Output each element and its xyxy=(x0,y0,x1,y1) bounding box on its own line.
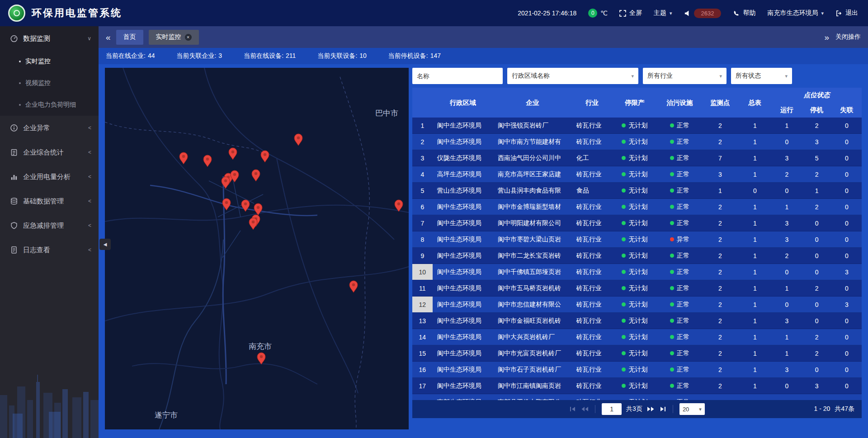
row-enterprise[interactable]: 南部县双佛土陶有限公 xyxy=(493,394,572,400)
sidebar-item-log-view[interactable]: 日志查看 < xyxy=(0,238,99,262)
tabs-scroll-left-icon[interactable]: « xyxy=(106,33,111,42)
table-row[interactable]: 15 阆中生态环境局 阆中市光富页岩机砖厂 砖瓦行业 无计划 正常 2 1 1 … xyxy=(412,345,862,362)
row-enterprise[interactable]: 阆中市二龙长宝页岩砖 xyxy=(493,248,572,264)
col-running[interactable]: 运行 xyxy=(772,102,802,118)
org-dropdown[interactable]: 南充市生态环境局 ▾ xyxy=(767,9,824,17)
table-row[interactable]: 11 阆中生态环境局 阆中市五马桥页岩机砖 砖瓦行业 无计划 正常 2 1 1 … xyxy=(412,280,862,297)
tabs-scroll-right-icon[interactable]: » xyxy=(824,33,829,42)
sidebar-item-base-data[interactable]: 基础数据管理 < xyxy=(0,189,99,213)
table-row[interactable]: 13 阆中生态环境局 阆中市金福旺页岩机砖 砖瓦行业 无计划 正常 2 1 3 … xyxy=(412,313,862,329)
table-row[interactable]: 4 高坪生态环境局 南充市高坪区王家店建 砖瓦行业 无计划 正常 3 1 2 2… xyxy=(412,166,862,183)
col-limit[interactable]: 停限产 xyxy=(612,88,657,118)
table-row[interactable]: 12 阆中生态环境局 阆中市忠信建材有限公 砖瓦行业 无计划 正常 2 1 0 … xyxy=(412,297,862,313)
sidebar-item-power-load-detail[interactable]: 企业电力负荷明细 xyxy=(0,94,99,116)
table-row[interactable]: 18 南部生态环境局 南部县双佛土陶有限公 砖瓦行业 无计划 正常 2 1 0 … xyxy=(412,394,862,400)
map-pin[interactable] xyxy=(231,170,239,182)
row-enterprise[interactable]: 阆中市南方节能建材有 xyxy=(493,134,572,150)
table-row[interactable]: 6 阆中生态环境局 阆中市金博瑞新型墙材 砖瓦行业 无计划 正常 2 1 1 2… xyxy=(412,199,862,215)
clipboard-icon xyxy=(10,148,18,156)
sidebar-item-power-analysis[interactable]: 企业用电量分析 < xyxy=(0,165,99,189)
row-enterprise[interactable]: 阆中市金福旺页岩机砖 xyxy=(493,313,572,329)
map-pin[interactable] xyxy=(252,170,260,181)
row-region: 高坪生态环境局 xyxy=(433,166,493,182)
row-enterprise[interactable]: 阆中大兴页岩机砖厂 xyxy=(493,329,572,345)
table-row[interactable]: 3 仪陇生态环境局 西南油气田分公司川中 化工 无计划 正常 7 1 3 5 0 xyxy=(412,150,862,166)
name-filter-input[interactable] xyxy=(412,68,503,84)
row-enterprise[interactable]: 阆中市枣碧大梁山页岩 xyxy=(493,231,572,247)
table-row[interactable]: 5 营山生态环境局 营山县润丰肉食品有限 食品 无计划 正常 1 0 0 1 0 xyxy=(412,183,862,199)
status-filter-select[interactable]: 所有状态 ▾ xyxy=(731,68,792,84)
theme-dropdown[interactable]: 主题 ▾ xyxy=(654,9,672,17)
sidebar-item-emergency-reduction[interactable]: 应急减排管理 < xyxy=(0,213,99,238)
table-row[interactable]: 14 阆中生态环境局 阆中大兴页岩机砖厂 砖瓦行业 无计划 正常 2 1 1 2… xyxy=(412,329,862,345)
map-pin[interactable] xyxy=(257,353,265,364)
row-meters: 1 xyxy=(738,329,772,345)
row-enterprise[interactable]: 阆中市金博瑞新型墙材 xyxy=(493,199,572,215)
map-pin[interactable] xyxy=(179,152,188,164)
map-pin[interactable] xyxy=(349,281,358,292)
page-size-select[interactable]: 20 ▾ xyxy=(679,403,705,415)
col-enterprise[interactable]: 企业 xyxy=(493,88,572,118)
row-enterprise[interactable]: 阆中明阳建材有限公司 xyxy=(493,215,572,231)
col-points[interactable]: 监测点 xyxy=(702,88,738,118)
row-enterprise[interactable]: 阆中市光富页岩机砖厂 xyxy=(493,345,572,361)
help-button[interactable]: 帮助 xyxy=(733,9,755,17)
row-enterprise[interactable]: 阆中市江南镇阆南页岩 xyxy=(493,378,572,394)
row-enterprise[interactable]: 南充市高坪区王家店建 xyxy=(493,166,572,182)
row-index-cell: 11 xyxy=(412,280,433,296)
col-meters[interactable]: 总表 xyxy=(738,88,772,118)
row-enterprise[interactable]: 西南油气田分公司川中 xyxy=(493,150,572,166)
row-industry: 砖瓦行业 xyxy=(572,362,612,377)
sidebar-item-enterprise-statistics[interactable]: 企业综合统计 < xyxy=(0,140,99,165)
table-row[interactable]: 10 阆中生态环境局 阆中千佛镇五郎垭页岩 砖瓦行业 无计划 正常 2 1 0 … xyxy=(412,264,862,280)
logout-button[interactable]: 退出 xyxy=(835,9,858,17)
map-pin[interactable] xyxy=(294,134,302,146)
sidebar-item-realtime-monitor[interactable]: 实时监控 xyxy=(0,51,99,72)
sidebar-item-enterprise-anomaly[interactable]: 企业异常 < xyxy=(0,116,99,140)
map-canvas[interactable]: 巴中市南充市遂宁市 xyxy=(105,68,409,429)
row-enterprise[interactable]: 阆中市石子页岩机砖厂 xyxy=(493,362,572,377)
row-enterprise[interactable]: 阆中强锐页岩砖厂 xyxy=(493,118,572,133)
col-facility[interactable]: 治污设施 xyxy=(657,88,702,118)
notice-group[interactable]: 2632 xyxy=(684,9,722,18)
col-disconnected[interactable]: 失联 xyxy=(832,102,862,118)
table-row[interactable]: 7 阆中生态环境局 阆中明阳建材有限公司 砖瓦行业 无计划 正常 2 1 3 0… xyxy=(412,215,862,231)
table-row[interactable]: 16 阆中生态环境局 阆中市石子页岩机砖厂 砖瓦行业 无计划 正常 2 1 3 … xyxy=(412,362,862,378)
page-number-input[interactable] xyxy=(602,403,622,415)
tab-realtime-monitor[interactable]: 实时监控 × xyxy=(149,30,199,45)
table-row[interactable]: 2 阆中生态环境局 阆中市南方节能建材有 砖瓦行业 无计划 正常 2 1 0 3… xyxy=(412,134,862,150)
col-region[interactable]: 行政区域 xyxy=(433,88,493,118)
table-row[interactable]: 17 阆中生态环境局 阆中市江南镇阆南页岩 砖瓦行业 无计划 正常 2 1 0 … xyxy=(412,378,862,394)
table-row[interactable]: 1 阆中生态环境局 阆中强锐页岩砖厂 砖瓦行业 无计划 正常 2 1 1 2 0 xyxy=(412,118,862,134)
close-tab-icon[interactable]: × xyxy=(185,34,192,41)
row-points: 1 xyxy=(702,183,738,198)
map-pin[interactable] xyxy=(203,155,212,167)
col-industry[interactable]: 行业 xyxy=(572,88,612,118)
map-pin[interactable] xyxy=(261,151,269,162)
table-row[interactable]: 9 阆中生态环境局 阆中市二龙长宝页岩砖 砖瓦行业 无计划 正常 2 1 2 0… xyxy=(412,248,862,264)
sidebar-item-video-monitor[interactable]: 视频监控 xyxy=(0,72,99,94)
industry-filter-select[interactable]: 所有行业 ▾ xyxy=(643,68,726,84)
tab-home[interactable]: 首页 xyxy=(116,30,143,45)
next-page-button[interactable] xyxy=(647,406,655,412)
map-collapse-button[interactable]: ◀ xyxy=(99,239,111,250)
region-filter-select[interactable]: 行政区域名称 ▾ xyxy=(507,68,638,84)
sidebar-item-data-monitoring[interactable]: 数据监测 ∨ xyxy=(0,26,99,51)
row-enterprise[interactable]: 营山县润丰肉食品有限 xyxy=(493,183,572,198)
table-row[interactable]: 8 阆中生态环境局 阆中市枣碧大梁山页岩 砖瓦行业 无计划 异常 2 1 3 0… xyxy=(412,231,862,248)
first-page-button[interactable] xyxy=(569,406,576,412)
fullscreen-button[interactable]: 全屏 xyxy=(619,9,642,17)
row-enterprise[interactable]: 阆中市忠信建材有限公 xyxy=(493,297,572,312)
last-page-button[interactable] xyxy=(659,406,666,412)
map-panel[interactable]: 巴中市南充市遂宁市 ◀ xyxy=(105,68,409,429)
row-enterprise[interactable]: 阆中市五马桥页岩机砖 xyxy=(493,280,572,296)
close-operations-button[interactable]: 关闭操作 xyxy=(835,33,861,41)
prev-page-button[interactable] xyxy=(581,406,589,412)
row-region: 阆中生态环境局 xyxy=(433,118,493,133)
col-stopped[interactable]: 停机 xyxy=(802,102,831,118)
row-enterprise[interactable]: 阆中千佛镇五郎垭页岩 xyxy=(493,264,572,280)
map-pin[interactable] xyxy=(249,218,257,230)
facility-status-text: 正常 xyxy=(677,187,689,195)
limit-status-text: 无计划 xyxy=(628,301,647,309)
map-pin[interactable] xyxy=(229,148,237,160)
